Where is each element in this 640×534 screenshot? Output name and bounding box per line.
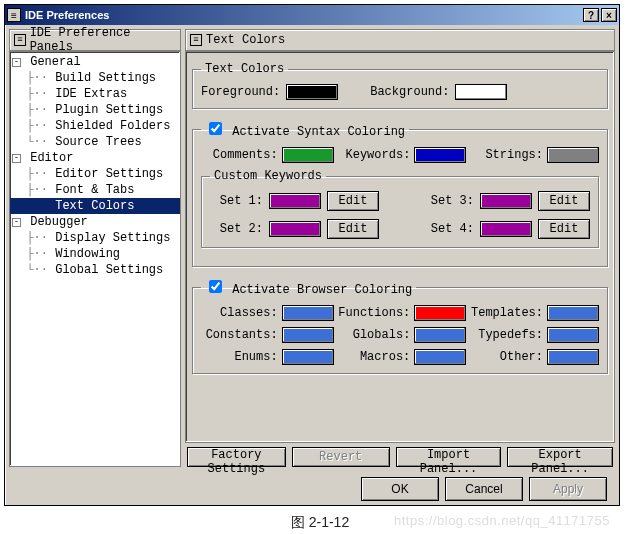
edit-button[interactable]: Edit — [538, 191, 590, 211]
window-title: IDE Preferences — [25, 9, 109, 21]
browser-checkbox-label: Activate Browser Coloring — [232, 283, 412, 297]
syntax-checkbox-label: Activate Syntax Coloring — [232, 125, 405, 139]
browser-legend: Activate Browser Coloring — [201, 277, 416, 297]
tree-item[interactable]: ├·· Shielded Folders — [10, 118, 180, 134]
app-icon: ≡ — [7, 8, 21, 22]
cancel-button[interactable]: Cancel — [445, 477, 523, 501]
strings-swatch[interactable] — [547, 147, 599, 163]
tree-group[interactable]: - Editor — [10, 150, 180, 166]
browser-item: Functions: — [334, 305, 467, 321]
browser-item: Templates: — [466, 305, 599, 321]
keywords-swatch[interactable] — [414, 147, 466, 163]
browser-swatch[interactable] — [414, 349, 466, 365]
tree-item[interactable]: ├·· Plugin Settings — [10, 102, 180, 118]
browser-checkbox[interactable] — [209, 280, 222, 293]
tree-item[interactable]: └·· Text Colors — [10, 198, 180, 214]
preferences-window: ≡ IDE Preferences ? × ≡ IDE Preference P… — [4, 4, 620, 506]
tree-item[interactable]: └·· Global Settings — [10, 262, 180, 278]
custom-keywords-legend: Custom Keywords — [210, 169, 326, 183]
export-panel-button[interactable]: Export Panel... — [507, 447, 613, 467]
tree-item[interactable]: ├·· Font & Tabs — [10, 182, 180, 198]
apply-button[interactable]: Apply — [529, 477, 607, 501]
foreground-label: Foreground: — [201, 85, 280, 99]
strings-label: Strings: — [466, 148, 543, 162]
tree-item[interactable]: ├·· Editor Settings — [10, 166, 180, 182]
set-label: Set 2: — [210, 222, 263, 236]
keywords-label: Keywords: — [334, 148, 411, 162]
browser-item: Classes: — [201, 305, 334, 321]
tree-group[interactable]: - Debugger — [10, 214, 180, 230]
set-label: Set 1: — [210, 194, 263, 208]
browser-item: Globals: — [334, 327, 467, 343]
tree-header: ≡ IDE Preference Panels — [9, 29, 181, 51]
titlebar: ≡ IDE Preferences ? × — [5, 5, 619, 25]
set-swatch[interactable] — [480, 221, 532, 237]
set-swatch[interactable] — [480, 193, 532, 209]
browser-swatch[interactable] — [282, 349, 334, 365]
browser-item-label: Globals: — [334, 328, 411, 342]
comments-swatch[interactable] — [282, 147, 334, 163]
tree-item[interactable]: ├·· Display Settings — [10, 230, 180, 246]
text-colors-group: Text Colors Foreground: Background: — [192, 62, 608, 109]
browser-item: Typedefs: — [466, 327, 599, 343]
browser-item-label: Typedefs: — [466, 328, 543, 342]
browser-group: Activate Browser Coloring Classes:Functi… — [192, 277, 608, 374]
tree-item[interactable]: ├·· Windowing — [10, 246, 180, 262]
set-label: Set 4: — [421, 222, 474, 236]
import-panel-button[interactable]: Import Panel... — [396, 447, 502, 467]
browser-swatch[interactable] — [414, 327, 466, 343]
browser-item-label: Macros: — [334, 350, 411, 364]
tree-group[interactable]: - General — [10, 54, 180, 70]
syntax-legend: Activate Syntax Coloring — [201, 119, 409, 139]
preference-tree[interactable]: - General ├·· Build Settings ├·· IDE Ext… — [9, 51, 181, 467]
help-button[interactable]: ? — [583, 8, 599, 22]
browser-item: Constants: — [201, 327, 334, 343]
syntax-group: Activate Syntax Coloring Comments: Keywo… — [192, 119, 608, 267]
collapse-icon[interactable]: - — [12, 218, 21, 227]
browser-item: Macros: — [334, 349, 467, 365]
revert-button[interactable]: Revert — [292, 447, 390, 467]
figure-caption: 图 2-1-12 — [0, 508, 640, 532]
browser-item-label: Templates: — [466, 306, 543, 320]
edit-button[interactable]: Edit — [327, 191, 379, 211]
collapse-icon[interactable]: - — [12, 58, 21, 67]
ok-button[interactable]: OK — [361, 477, 439, 501]
browser-item-label: Functions: — [334, 306, 411, 320]
browser-swatch[interactable] — [282, 305, 334, 321]
content-header-label: Text Colors — [206, 33, 285, 47]
content-header: ≡ Text Colors — [185, 29, 615, 51]
background-swatch[interactable] — [455, 84, 507, 100]
browser-swatch[interactable] — [547, 305, 599, 321]
custom-keywords-group: Custom Keywords Set 1:EditSet 3:EditSet … — [201, 169, 599, 248]
text-colors-legend: Text Colors — [201, 62, 288, 76]
browser-item-label: Constants: — [201, 328, 278, 342]
tree-item[interactable]: └·· Source Trees — [10, 134, 180, 150]
tree-item[interactable]: ├·· Build Settings — [10, 70, 180, 86]
browser-item-label: Other: — [466, 350, 543, 364]
browser-item-label: Classes: — [201, 306, 278, 320]
factory-settings-button[interactable]: Factory Settings — [187, 447, 286, 467]
edit-button[interactable]: Edit — [538, 219, 590, 239]
browser-item: Enums: — [201, 349, 334, 365]
browser-swatch[interactable] — [282, 327, 334, 343]
tree-header-label: IDE Preference Panels — [30, 26, 176, 54]
panel-icon: ≡ — [190, 34, 202, 46]
comments-label: Comments: — [201, 148, 278, 162]
browser-swatch[interactable] — [547, 349, 599, 365]
background-label: Background: — [370, 85, 449, 99]
syntax-checkbox[interactable] — [209, 122, 222, 135]
edit-button[interactable]: Edit — [327, 219, 379, 239]
set-swatch[interactable] — [269, 221, 321, 237]
tree-item[interactable]: ├·· IDE Extras — [10, 86, 180, 102]
browser-swatch[interactable] — [414, 305, 466, 321]
browser-item-label: Enums: — [201, 350, 278, 364]
close-button[interactable]: × — [601, 8, 617, 22]
browser-swatch[interactable] — [547, 327, 599, 343]
set-label: Set 3: — [421, 194, 474, 208]
collapse-icon[interactable]: - — [12, 154, 21, 163]
browser-item: Other: — [466, 349, 599, 365]
set-swatch[interactable] — [269, 193, 321, 209]
foreground-swatch[interactable] — [286, 84, 338, 100]
panel-icon: ≡ — [14, 34, 26, 46]
